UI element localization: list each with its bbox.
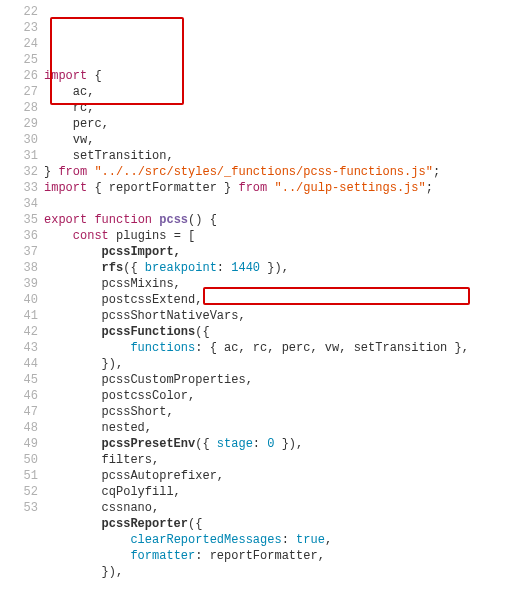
token-bold: pcssFunctions (102, 325, 196, 339)
line-number: 43 (0, 340, 38, 356)
code-line: pcssShort, (44, 404, 529, 420)
line-number: 35 (0, 212, 38, 228)
token-id: rc (73, 101, 87, 115)
token-punc: , (87, 133, 94, 147)
token-punc: () { (188, 213, 217, 227)
code-area: import { ac, rc, perc, vw, setTransition… (44, 4, 529, 580)
token-punc: } (217, 181, 239, 195)
token-kw: function (94, 213, 152, 227)
token-str: "../gulp-settings.js" (274, 181, 425, 195)
code-line: pcssPresetEnv({ stage: 0 }), (44, 436, 529, 452)
token-kw: import (44, 181, 87, 195)
token-str: "../../src/styles/_functions/pcss-functi… (94, 165, 432, 179)
token-id: postcssExtend, (102, 293, 203, 307)
line-number: 34 (0, 196, 38, 212)
code-line: cqPolyfill, (44, 484, 529, 500)
code-line: pcssAutoprefixer, (44, 468, 529, 484)
code-line: rfs({ breakpoint: 1440 }), (44, 260, 529, 276)
code-line: ac, (44, 84, 529, 100)
token-punc: ({ (123, 261, 145, 275)
line-number: 52 (0, 484, 38, 500)
code-line: functions: { ac, rc, perc, vw, setTransi… (44, 340, 529, 356)
line-number-gutter: 2223242526272829303132333435363738394041… (0, 4, 44, 580)
line-number: 37 (0, 244, 38, 260)
code-line: pcssReporter({ (44, 516, 529, 532)
code-line: clearReportedMessages: true, (44, 532, 529, 548)
line-number: 44 (0, 356, 38, 372)
token-punc: ; (426, 181, 433, 195)
code-editor: 2223242526272829303132333435363738394041… (0, 0, 529, 580)
token-kw: from (238, 181, 267, 195)
line-number: 36 (0, 228, 38, 244)
code-line: nested, (44, 420, 529, 436)
line-number: 25 (0, 52, 38, 68)
code-line: pcssImport, (44, 244, 529, 260)
token-punc: ({ (195, 437, 217, 451)
token-id: pcssCustomProperties, (102, 373, 253, 387)
token-bool: true (296, 533, 325, 547)
token-punc: : { (195, 341, 224, 355)
code-line: postcssColor, (44, 388, 529, 404)
token-punc: ({ (195, 325, 209, 339)
line-number: 31 (0, 148, 38, 164)
token-kw: from (58, 165, 87, 179)
code-line: }), (44, 564, 529, 580)
code-line: perc, (44, 116, 529, 132)
token-id: cqPolyfill, (102, 485, 181, 499)
token-id: perc (73, 117, 102, 131)
code-line: pcssFunctions({ (44, 324, 529, 340)
line-number: 38 (0, 260, 38, 276)
code-line: cssnano, (44, 500, 529, 516)
token-kw: export (44, 213, 87, 227)
code-line: }), (44, 356, 529, 372)
token-key: stage (217, 437, 253, 451)
token-id: vw (73, 133, 87, 147)
token-id: pcssMixins, (102, 277, 181, 291)
line-number: 40 (0, 292, 38, 308)
token-bold: pcssReporter (102, 517, 188, 531)
code-line (44, 196, 529, 212)
line-number: 30 (0, 132, 38, 148)
line-number: 32 (0, 164, 38, 180)
token-punc: }), (102, 565, 124, 579)
line-number: 48 (0, 420, 38, 436)
line-number: 24 (0, 36, 38, 52)
code-line: filters, (44, 452, 529, 468)
token-punc: : reportFormatter, (195, 549, 325, 563)
line-number: 50 (0, 452, 38, 468)
token-kw: const (73, 229, 109, 243)
token-key: clearReportedMessages (130, 533, 281, 547)
token-id: ac (73, 85, 87, 99)
token-bold: pcssImport, (102, 245, 181, 259)
token-punc: } (44, 165, 58, 179)
token-id: pcssShort, (102, 405, 174, 419)
token-punc: }), (102, 357, 124, 371)
token-num: 1440 (231, 261, 260, 275)
token-punc: : (217, 261, 231, 275)
token-punc: , (102, 117, 109, 131)
token-key: formatter (130, 549, 195, 563)
token-id: cssnano, (102, 501, 160, 515)
token-bold: pcssPresetEnv (102, 437, 196, 451)
code-line: import { reportFormatter } from "../gulp… (44, 180, 529, 196)
line-number: 51 (0, 468, 38, 484)
token-fn: pcss (159, 213, 188, 227)
token-id: setTransition (73, 149, 167, 163)
token-kw: import (44, 69, 87, 83)
line-number: 28 (0, 100, 38, 116)
line-number: 29 (0, 116, 38, 132)
code-line: const plugins = [ (44, 228, 529, 244)
token-punc: ({ (188, 517, 202, 531)
token-punc: ; (433, 165, 440, 179)
token-punc: }), (260, 261, 289, 275)
code-line: formatter: reportFormatter, (44, 548, 529, 564)
line-number: 27 (0, 84, 38, 100)
token-id: pcssAutoprefixer, (102, 469, 224, 483)
line-number: 53 (0, 500, 38, 516)
line-number: 39 (0, 276, 38, 292)
token-bold: rfs (102, 261, 124, 275)
line-number: 26 (0, 68, 38, 84)
token-punc: , (87, 101, 94, 115)
line-number: 45 (0, 372, 38, 388)
code-line: setTransition, (44, 148, 529, 164)
